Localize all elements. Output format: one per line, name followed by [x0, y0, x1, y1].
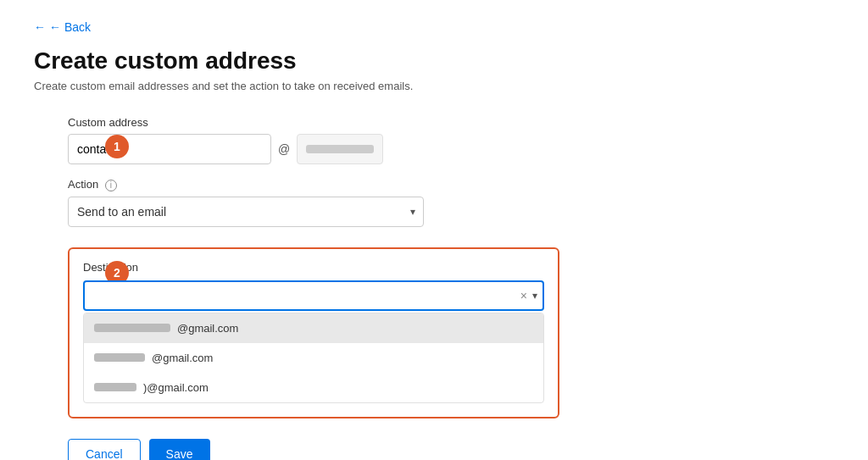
at-sign: @: [278, 142, 290, 156]
suggestion-blur-1: [94, 324, 170, 332]
action-select[interactable]: Send to an email Forward Discard Block: [68, 197, 424, 227]
destination-dropdown-button[interactable]: ▾: [532, 291, 537, 301]
suggestion-suffix-3: )@gmail.com: [143, 381, 209, 394]
page-subtitle: Create custom email addresses and set th…: [34, 80, 644, 92]
suggestion-suffix-1: @gmail.com: [177, 322, 238, 335]
back-label: ← Back: [49, 20, 91, 34]
back-link[interactable]: ← ← Back: [34, 20, 91, 34]
save-button[interactable]: Save: [149, 439, 210, 461]
destination-label: Destination: [83, 261, 544, 274]
cancel-button[interactable]: Cancel: [68, 439, 141, 461]
back-arrow-icon: ←: [34, 20, 46, 34]
domain-display: [297, 134, 383, 164]
action-label: Action i: [68, 178, 644, 191]
action-info-icon[interactable]: i: [105, 180, 117, 191]
suggestion-item[interactable]: @gmail.com: [84, 313, 543, 343]
custom-address-input[interactable]: [68, 134, 271, 164]
suggestion-item[interactable]: )@gmail.com: [84, 373, 543, 402]
destination-clear-button[interactable]: ×: [520, 290, 527, 302]
destination-box: Destination × ▾ @gmail.com: [68, 247, 559, 418]
suggestions-list: @gmail.com @gmail.com )@gmail.com: [83, 313, 544, 403]
step1-badge: 1: [105, 135, 129, 158]
suggestion-suffix-2: @gmail.com: [152, 352, 213, 364]
page-title: Create custom address: [34, 47, 644, 75]
destination-input[interactable]: [83, 280, 544, 311]
suggestion-blur-2: [94, 353, 145, 362]
suggestion-blur-3: [94, 383, 136, 391]
custom-address-label: Custom address: [68, 116, 644, 129]
suggestion-item[interactable]: @gmail.com: [84, 343, 543, 373]
